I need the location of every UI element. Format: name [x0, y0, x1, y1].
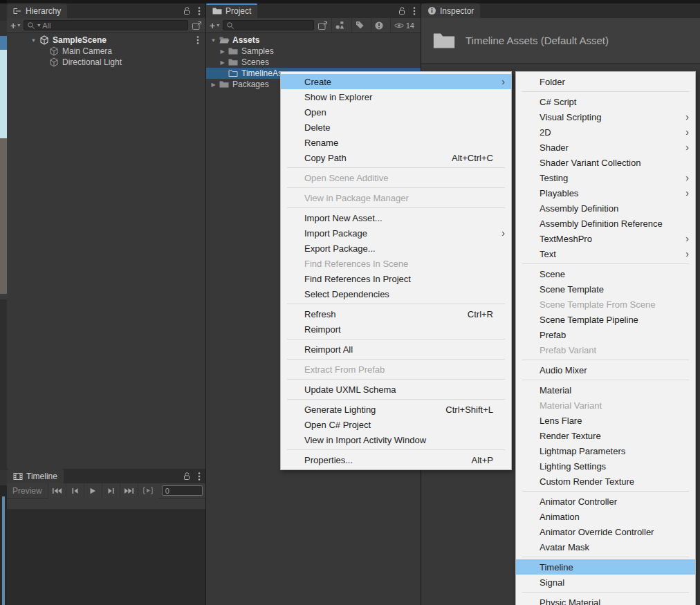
create-submenu-item-animator-controller[interactable]: Animator Controller — [516, 494, 695, 509]
previous-frame-button[interactable] — [66, 483, 84, 499]
context-menu-item-find-references-in-project[interactable]: Find References In Project — [281, 271, 511, 286]
project-row-scenes[interactable]: ▶Scenes — [206, 57, 421, 68]
tab-hierarchy[interactable]: Hierarchy — [7, 3, 67, 18]
context-menu-item-properties[interactable]: Properties...Alt+P — [281, 452, 511, 467]
create-submenu-item-scene[interactable]: Scene — [516, 266, 695, 281]
create-submenu-item-audio-mixer[interactable]: Audio Mixer — [516, 362, 695, 378]
kebab-menu-icon[interactable] — [196, 35, 203, 45]
filter-by-label-icon[interactable] — [351, 18, 367, 32]
tab-inspector[interactable]: Inspector — [421, 3, 480, 18]
create-asset-button[interactable]: +▾ — [210, 21, 219, 30]
context-menu-item-generate-lighting[interactable]: Generate LightingCtrl+Shift+L — [281, 402, 511, 417]
create-submenu-item-assembly-definition-reference[interactable]: Assembly Definition Reference — [516, 216, 695, 231]
create-submenu-item-assembly-definition[interactable]: Assembly Definition — [516, 201, 695, 216]
expander-open-icon[interactable]: ▼ — [210, 37, 217, 44]
create-submenu-item-physic-material[interactable]: Physic Material — [516, 595, 695, 605]
menu-item-label: Animation — [540, 512, 677, 522]
project-row-assets[interactable]: ▼Assets — [206, 35, 421, 46]
context-menu-item-show-in-explorer[interactable]: Show in Explorer — [281, 89, 511, 104]
create-submenu-item-playables[interactable]: Playables› — [516, 185, 695, 201]
context-menu-item-update-uxml-schema[interactable]: Update UXML Schema — [281, 382, 511, 397]
create-submenu-item-prefab[interactable]: Prefab — [516, 327, 695, 342]
frame-field[interactable]: 0 — [162, 485, 203, 496]
context-menu-item-import-new-asset[interactable]: Import New Asset... — [281, 210, 511, 225]
goto-end-button[interactable] — [120, 483, 138, 499]
filter-by-type-icon[interactable] — [331, 18, 348, 32]
timeline-content-area[interactable] — [7, 510, 205, 605]
hierarchy-search-input[interactable]: ▾ All — [24, 20, 188, 30]
menu-item-label: Copy Path — [304, 153, 431, 163]
project-search-input[interactable] — [223, 20, 314, 30]
context-menu-item-view-in-import-activity-window[interactable]: View in Import Activity Window — [281, 432, 511, 447]
menu-item-label: Render Texture — [540, 431, 677, 441]
lock-icon[interactable] — [398, 6, 407, 15]
tab-timeline[interactable]: Timeline — [7, 469, 64, 483]
expander-closed-icon[interactable]: ▶ — [210, 82, 217, 88]
create-submenu-item-visual-scripting[interactable]: Visual Scripting› — [516, 109, 695, 124]
create-submenu-item-timeline[interactable]: Timeline — [516, 559, 695, 575]
create-submenu-item-text[interactable]: Text› — [516, 246, 695, 261]
context-menu-item-copy-path[interactable]: Copy PathAlt+Ctrl+C — [281, 150, 511, 165]
create-submenu-item-signal[interactable]: Signal — [516, 575, 695, 590]
play-range-button[interactable] — [138, 483, 158, 499]
scene-tab-corner — [0, 36, 7, 50]
context-menu-item-delete[interactable]: Delete — [281, 120, 511, 135]
context-menu-item-create[interactable]: Create› — [281, 74, 511, 89]
hierarchy-row-directional-light[interactable]: Directional Light — [7, 57, 205, 68]
create-submenu-item-shader-variant-collection[interactable]: Shader Variant Collection — [516, 155, 695, 170]
context-menu-item-reimport-all[interactable]: Reimport All — [281, 342, 511, 357]
context-menu-item-rename[interactable]: Rename — [281, 135, 511, 150]
create-submenu-item-avatar-mask[interactable]: Avatar Mask — [516, 539, 695, 555]
create-submenu-item-material[interactable]: Material — [516, 382, 695, 398]
create-submenu-item-lightmap-parameters[interactable]: Lightmap Parameters — [516, 443, 695, 458]
lock-icon[interactable] — [183, 472, 192, 481]
open-search-window-icon[interactable] — [192, 21, 202, 30]
add-gameobject-button[interactable]: +▾ — [10, 21, 20, 30]
context-menu-item-select-dependencies[interactable]: Select Dependencies — [281, 286, 511, 301]
kebab-menu-icon[interactable] — [198, 472, 201, 481]
menu-item-label: Delete — [304, 122, 493, 133]
warnings-filter-icon[interactable] — [371, 18, 387, 32]
goto-start-button[interactable] — [48, 483, 66, 499]
context-menu-item-refresh[interactable]: RefreshCtrl+R — [281, 306, 511, 322]
create-submenu-item-folder[interactable]: Folder — [516, 74, 695, 89]
create-submenu-item-testing[interactable]: Testing› — [516, 170, 695, 185]
menu-item-label: Signal — [540, 577, 677, 588]
context-menu-item-open[interactable]: Open — [281, 104, 511, 120]
create-submenu-item-2d[interactable]: 2D› — [516, 124, 695, 140]
menu-item-label: Properties... — [304, 455, 451, 465]
kebab-menu-icon[interactable] — [413, 6, 416, 16]
next-frame-button[interactable] — [102, 483, 120, 499]
play-button[interactable] — [84, 483, 102, 499]
create-submenu-item-custom-render-texture[interactable]: Custom Render Texture — [516, 474, 695, 489]
create-submenu-item-lens-flare[interactable]: Lens Flare — [516, 413, 695, 428]
menu-item-label: Animator Override Controller — [540, 527, 677, 537]
create-submenu-item-render-texture[interactable]: Render Texture — [516, 428, 695, 443]
hierarchy-row-main-camera[interactable]: Main Camera — [7, 46, 205, 57]
expander-closed-icon[interactable]: ▶ — [219, 59, 226, 66]
context-menu-item-open-c-project[interactable]: Open C# Project — [281, 417, 511, 432]
visible-items-toggle[interactable]: 14 — [390, 18, 417, 32]
create-submenu-item-scene-template-pipeline[interactable]: Scene Template Pipeline — [516, 312, 695, 327]
create-submenu-item-c-script[interactable]: C# Script — [516, 94, 695, 109]
hierarchy-row-samplescene[interactable]: ▼SampleScene — [7, 35, 205, 46]
project-row-samples[interactable]: ▶Samples — [206, 46, 421, 57]
context-menu-item-export-package[interactable]: Export Package... — [281, 241, 511, 256]
context-menu-item-reimport[interactable]: Reimport — [281, 322, 511, 337]
tab-project[interactable]: Project — [206, 3, 257, 18]
expander-closed-icon[interactable]: ▶ — [219, 48, 226, 55]
menu-separator — [522, 263, 689, 264]
create-submenu-item-shader[interactable]: Shader› — [516, 140, 695, 155]
cube-icon — [49, 46, 60, 56]
lock-icon[interactable] — [183, 6, 192, 15]
context-menu-item-import-package[interactable]: Import Package› — [281, 225, 511, 241]
open-search-window-icon[interactable] — [317, 21, 328, 30]
preview-toggle[interactable]: Preview — [7, 486, 48, 496]
create-submenu-item-scene-template[interactable]: Scene Template — [516, 281, 695, 297]
create-submenu-item-animation[interactable]: Animation — [516, 509, 695, 524]
create-submenu-item-lighting-settings[interactable]: Lighting Settings — [516, 458, 695, 474]
kebab-menu-icon[interactable] — [198, 6, 201, 16]
create-submenu-item-animator-override-controller[interactable]: Animator Override Controller — [516, 524, 695, 539]
expander-open-icon[interactable]: ▼ — [30, 37, 37, 44]
create-submenu-item-textmeshpro[interactable]: TextMeshPro› — [516, 231, 695, 246]
